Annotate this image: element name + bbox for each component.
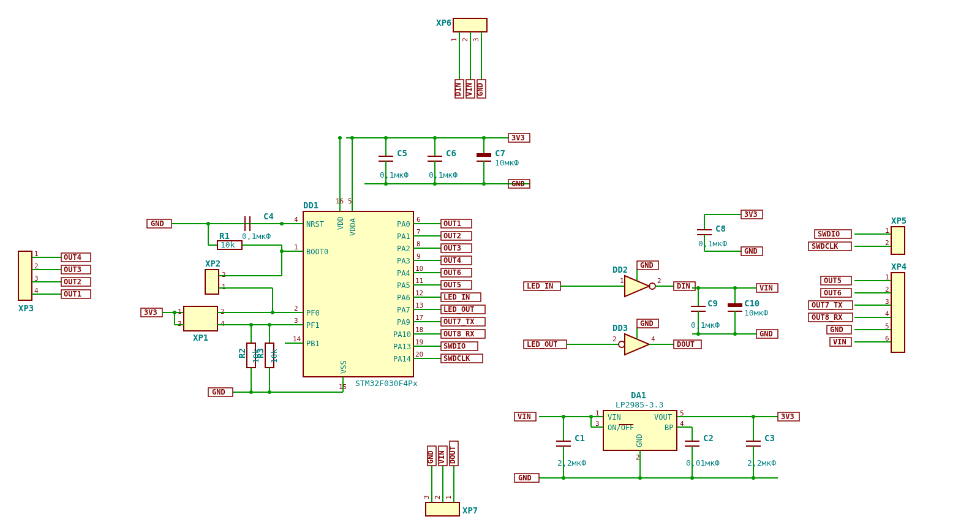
svg-point-330 <box>589 415 593 418</box>
svg-text:XP3: XP3 <box>18 303 34 313</box>
schematic-canvas: XP6 1 2 3 DIN VIN GND 3V3 GND C50,1мкФ C… <box>0 0 980 530</box>
svg-text:XP4: XP4 <box>891 262 907 271</box>
svg-text:C7: C7 <box>495 148 505 158</box>
svg-text:3V3: 3V3 <box>744 210 758 219</box>
svg-point-42 <box>482 182 486 186</box>
svg-text:SWDCLK: SWDCLK <box>443 354 470 363</box>
svg-text:GND: GND <box>635 434 644 447</box>
reset-circuit: GND C40,1мкФ R110k <box>147 211 288 251</box>
svg-text:0,1мкФ: 0,1мкФ <box>698 239 727 248</box>
svg-text:OUT4: OUT4 <box>64 253 81 262</box>
svg-text:OUT8_RX: OUT8_RX <box>812 313 843 322</box>
svg-text:1: 1 <box>450 37 458 42</box>
connector-xp1: 3V3 XP1 12 34 <box>141 306 288 343</box>
svg-text:DIN: DIN <box>677 282 690 290</box>
svg-text:18: 18 <box>415 326 423 334</box>
svg-text:GND: GND <box>151 219 164 228</box>
svg-text:LP2985-3.3: LP2985-3.3 <box>616 400 663 409</box>
svg-text:10k: 10k <box>221 240 235 249</box>
svg-point-152 <box>206 222 210 225</box>
svg-rect-363 <box>426 502 459 516</box>
regulator-da1: DA1 LP2985-3.3 VIN1 ON/OFF3 VOUT5 BP4 GN… <box>514 390 799 482</box>
svg-text:0,1мкФ: 0,1мкФ <box>242 232 271 241</box>
svg-text:2: 2 <box>222 271 226 279</box>
svg-text:XP2: XP2 <box>205 259 221 268</box>
svg-text:2: 2 <box>294 305 298 312</box>
connector-xp5: XP5 1SWDIO 2SWDCLK <box>809 216 907 254</box>
svg-point-176 <box>173 311 176 314</box>
svg-text:C9: C9 <box>707 298 718 308</box>
svg-text:0,01мкФ: 0,01мкФ <box>686 458 720 468</box>
svg-text:2: 2 <box>434 495 442 499</box>
svg-text:OUT6: OUT6 <box>443 268 461 277</box>
svg-text:PA7: PA7 <box>397 306 410 314</box>
svg-rect-166 <box>184 306 217 331</box>
svg-text:16: 16 <box>336 197 344 205</box>
svg-text:10k: 10k <box>270 349 279 363</box>
svg-text:19: 19 <box>415 338 423 346</box>
decoupling-caps: 3V3 GND C50,1мкФ C60,1мкФ C710мкФ <box>346 134 530 188</box>
svg-text:DA1: DA1 <box>631 390 646 400</box>
svg-text:LED_OUT: LED_OUT <box>443 305 475 314</box>
svg-text:VIN: VIN <box>760 284 773 292</box>
svg-text:DD2: DD2 <box>612 265 628 274</box>
svg-rect-154 <box>205 270 219 294</box>
svg-point-41 <box>482 136 486 140</box>
svg-text:NRST: NRST <box>306 220 324 229</box>
svg-text:2: 2 <box>34 262 39 270</box>
svg-text:XP7: XP7 <box>462 505 478 515</box>
svg-text:13: 13 <box>415 301 423 309</box>
svg-text:1: 1 <box>222 283 226 291</box>
svg-text:PA14: PA14 <box>393 355 411 363</box>
svg-text:3V3: 3V3 <box>511 134 525 142</box>
svg-text:14: 14 <box>293 335 301 343</box>
svg-point-162 <box>280 249 284 253</box>
svg-text:3: 3 <box>423 495 431 499</box>
xp6-ref: XP6 <box>436 18 451 28</box>
svg-text:SWDCLK: SWDCLK <box>812 242 839 251</box>
svg-text:8: 8 <box>417 240 421 248</box>
svg-text:DOUT: DOUT <box>677 340 695 349</box>
svg-text:1: 1 <box>34 250 39 258</box>
svg-text:GND: GND <box>511 180 525 188</box>
svg-text:DD1: DD1 <box>303 200 318 210</box>
svg-point-354 <box>690 476 694 480</box>
svg-text:2: 2 <box>885 286 889 293</box>
svg-rect-275 <box>891 227 905 254</box>
svg-text:3V3: 3V3 <box>781 412 794 421</box>
svg-text:2: 2 <box>612 335 617 343</box>
svg-text:VIN: VIN <box>465 83 473 96</box>
svg-text:OUT5: OUT5 <box>824 276 842 285</box>
svg-text:0,1мкФ: 0,1мкФ <box>380 170 409 180</box>
svg-text:SWDIO: SWDIO <box>818 230 840 238</box>
svg-text:2: 2 <box>461 37 469 42</box>
cap-c8: 3V3 C80,1мкФ GND <box>697 210 763 256</box>
svg-point-273 <box>733 286 737 290</box>
svg-rect-268 <box>728 303 742 307</box>
svg-text:OUT1: OUT1 <box>443 219 461 228</box>
svg-text:4: 4 <box>885 310 889 318</box>
svg-text:BOOT0: BOOT0 <box>306 248 328 256</box>
svg-text:5: 5 <box>348 197 352 205</box>
svg-text:3: 3 <box>34 274 39 282</box>
svg-text:PA13: PA13 <box>393 343 411 351</box>
svg-text:5: 5 <box>885 322 889 330</box>
svg-text:PB1: PB1 <box>306 339 320 348</box>
svg-rect-285 <box>891 273 905 352</box>
svg-text:LED_IN: LED_IN <box>527 282 553 291</box>
svg-text:DIN: DIN <box>454 83 462 96</box>
svg-rect-197 <box>18 251 32 300</box>
svg-text:GND: GND <box>830 325 843 334</box>
buffer-dd3: LED_OUT DD3 DOUT GND 42 <box>524 319 701 355</box>
svg-text:LED_IN: LED_IN <box>443 293 470 302</box>
svg-text:OUT7_TX: OUT7_TX <box>443 317 475 327</box>
svg-text:VIN: VIN <box>518 412 531 421</box>
svg-text:STM32F030F4Px: STM32F030F4Px <box>355 379 418 388</box>
svg-text:2: 2 <box>657 277 662 285</box>
svg-text:10: 10 <box>415 265 423 273</box>
svg-point-361 <box>752 415 755 418</box>
svg-text:R1: R1 <box>219 231 230 241</box>
svg-point-362 <box>752 476 755 480</box>
svg-point-266 <box>696 332 700 336</box>
svg-text:PF1: PF1 <box>306 321 320 330</box>
